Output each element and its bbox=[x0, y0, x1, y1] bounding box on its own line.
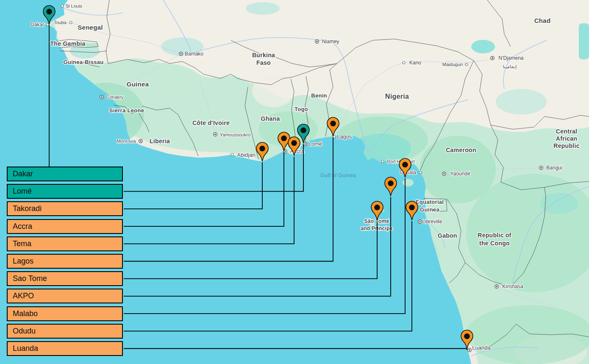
water-label: Gulf of Guinea bbox=[320, 172, 356, 178]
water-labels: Gulf of Guinea bbox=[320, 172, 356, 178]
country-label-equatorial-guinea: Equatorial bbox=[416, 199, 444, 205]
city-label-yamoussoukro: Yamoussoukro bbox=[220, 132, 251, 137]
capital-dot-inner-icon bbox=[304, 143, 306, 144]
country-label-togo: Togo bbox=[294, 106, 308, 112]
legend-item-accra[interactable]: Accra bbox=[7, 219, 123, 234]
city-label-kinshasa: Kinshasa bbox=[502, 283, 523, 289]
city-label-touba: Touba bbox=[54, 20, 67, 25]
town-dot-icon bbox=[46, 23, 49, 26]
town-dot-icon bbox=[419, 171, 422, 174]
legend-item-lagos[interactable]: Lagos bbox=[7, 254, 123, 269]
country-label-central-african-republic: Central bbox=[556, 128, 577, 135]
legend-item-akpo[interactable]: AKPO bbox=[7, 289, 123, 303]
capital-dot-inner-icon bbox=[419, 221, 420, 222]
legend-item-label: Sao Tome bbox=[13, 274, 47, 283]
country-label-republic-of-the-congo: Republic of bbox=[478, 232, 511, 239]
pin-dot-icon bbox=[409, 205, 415, 211]
city-label-lagos: Lagos bbox=[337, 133, 352, 140]
legend-item-label: Accra bbox=[13, 222, 32, 231]
country-label-nigeria: Nigeria bbox=[385, 93, 409, 100]
map-screenshot: Gulf of Guinea SenegalThe GambiaGuinea-B… bbox=[0, 0, 589, 364]
legend-item-sao-tome[interactable]: Sao Tome bbox=[7, 271, 123, 286]
country-label-sierra-leone: Sierra Leone bbox=[109, 107, 144, 114]
country-label-senegal: Senegal bbox=[78, 24, 103, 31]
capital-dot-inner-icon bbox=[492, 57, 493, 58]
city-label-luanda: Luanda bbox=[472, 345, 491, 351]
country-label-central-african-republic: Republic bbox=[553, 142, 580, 149]
pin-dot-icon bbox=[402, 162, 408, 168]
legend-item-label: Malabo bbox=[13, 309, 38, 318]
town-dot-icon bbox=[61, 5, 64, 7]
country-label-liberia: Liberia bbox=[150, 138, 170, 144]
country-label-central-african-republic: African bbox=[556, 135, 577, 142]
pin-dot-icon bbox=[374, 205, 380, 211]
country-label-ghana: Ghana bbox=[261, 115, 280, 122]
legend-item-label: Odudu bbox=[13, 327, 36, 336]
capital-dot-inner-icon bbox=[469, 349, 470, 350]
city-label-monrovia: Monrovia bbox=[117, 139, 136, 144]
country-label-republic-of-the-congo: the Congo bbox=[479, 240, 510, 247]
country-label-s-o-tom-and-pr-ncipe: and Príncipe bbox=[361, 225, 393, 231]
city-label-bamako: Bamako bbox=[185, 51, 203, 57]
city-label-maiduguri: Maiduguri bbox=[442, 62, 463, 67]
capital-dot-inner-icon bbox=[140, 140, 141, 142]
country-label-c-te-d-ivoire: Côte d'Ivoire bbox=[192, 119, 230, 126]
town-dot-icon bbox=[381, 160, 384, 163]
capital-dot-inner-icon bbox=[496, 286, 497, 287]
pin-dot-icon bbox=[46, 9, 52, 15]
country-label-equatorial-guinea: Guinea bbox=[420, 206, 439, 213]
capital-dot-inner-icon bbox=[284, 150, 286, 152]
country-label-guinea-bissau: Guinea-Bissau bbox=[64, 59, 104, 65]
country-label-guinea: Guinea bbox=[127, 81, 149, 88]
pin-dot-icon bbox=[464, 333, 470, 339]
city-label-n-djamena: N'Djamena bbox=[499, 55, 524, 61]
city-label-conakry: Conakry bbox=[106, 94, 124, 100]
legend-item-luanda[interactable]: Luanda bbox=[7, 341, 123, 356]
pin-dot-icon bbox=[330, 121, 336, 127]
city-label-abidjan: Abidjan bbox=[237, 152, 255, 158]
capital-dot-inner-icon bbox=[214, 133, 216, 135]
legend-item-label: Dakar bbox=[13, 169, 33, 178]
legend-item-label: Lagos bbox=[13, 257, 33, 266]
legend-item-label: Takoradi bbox=[13, 204, 42, 213]
city-label-st-louis: St Louis bbox=[65, 3, 82, 8]
legend-item-tema[interactable]: Tema bbox=[7, 236, 123, 251]
city-label-libreville: Libreville bbox=[422, 219, 442, 225]
legend-item-odudu[interactable]: Odudu bbox=[7, 324, 123, 339]
bioko-island bbox=[403, 179, 414, 186]
country-label-chad: Chad bbox=[534, 17, 551, 24]
town-dot-icon bbox=[69, 21, 72, 24]
country-label-burkina-faso: Faso bbox=[256, 59, 271, 66]
legend-item-dakar[interactable]: Dakar bbox=[7, 167, 123, 181]
city-label-lom: Lomé bbox=[308, 141, 322, 147]
capital-dot-inner-icon bbox=[540, 167, 542, 168]
legend-item-label: Lomé bbox=[13, 187, 32, 196]
legend-item-label: AKPO bbox=[13, 292, 34, 300]
town-dot-icon bbox=[465, 63, 468, 66]
city-label-niamey: Niamey bbox=[322, 39, 339, 44]
city-label-kano: Kano bbox=[409, 60, 421, 66]
capital-dot-inner-icon bbox=[180, 53, 181, 54]
legend-item-malabo[interactable]: Malabo bbox=[7, 306, 123, 321]
town-dot-icon bbox=[403, 61, 405, 64]
pin-dot-icon bbox=[259, 146, 265, 152]
capital-dot-inner-icon bbox=[101, 96, 102, 97]
capital-dot-inner-icon bbox=[443, 173, 445, 174]
legend-item-label: Tema bbox=[13, 239, 31, 248]
country-label-benin: Benin bbox=[311, 92, 327, 99]
town-dot-icon bbox=[231, 153, 233, 156]
legend-item-takoradi[interactable]: Takoradi bbox=[7, 201, 123, 216]
city-label-bangui: Bangui bbox=[546, 165, 562, 171]
capital-dot-inner-icon bbox=[316, 41, 317, 42]
country-label-the-gambia: The Gambia bbox=[50, 40, 85, 47]
city-label-yaound: Yaoundé bbox=[450, 171, 470, 177]
pin-dot-icon bbox=[300, 128, 306, 133]
country-label-gabon: Gabon bbox=[438, 232, 457, 239]
city-label-dakar: Dakar bbox=[31, 22, 44, 28]
pin-dot-icon bbox=[388, 181, 394, 186]
legend-item-lom[interactable]: Lomé bbox=[7, 184, 123, 199]
country-label-burkina-faso: Burkina bbox=[252, 52, 275, 58]
pin-dot-icon bbox=[291, 140, 297, 146]
pin-dot-icon bbox=[281, 136, 287, 142]
country-label-cameroon: Cameroon bbox=[446, 147, 476, 153]
